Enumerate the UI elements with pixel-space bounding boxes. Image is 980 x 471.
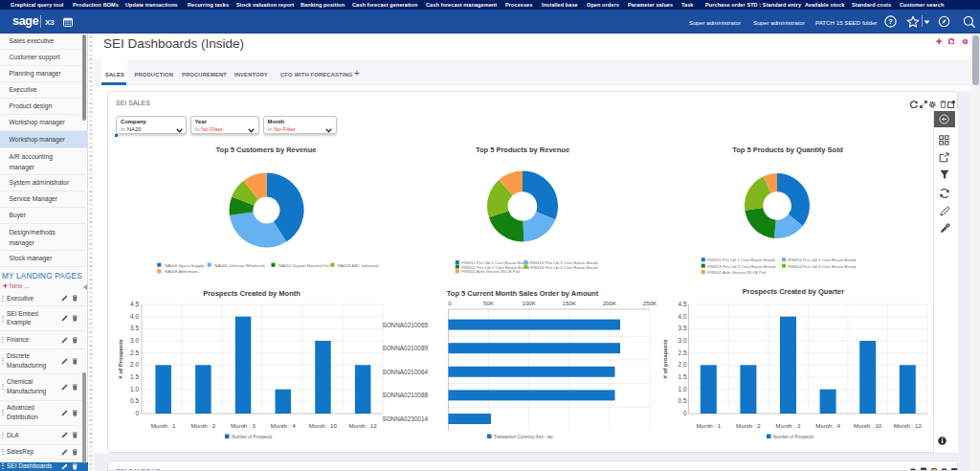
svg-text:Top 5 Products by Quantity Sol: Top 5 Products by Quantity Sold: [732, 146, 843, 154]
svg-text:1.0: 1.0: [130, 386, 139, 392]
svg-text:# of prospects: # of prospects: [662, 339, 668, 379]
svg-text:Top 5 Current Month Sales Orde: Top 5 Current Month Sales Order by Amoun…: [447, 289, 599, 298]
svg-text:Month : 10: Month : 10: [309, 422, 338, 429]
svg-text:?: ?: [888, 17, 893, 26]
svg-text:150K: 150K: [563, 300, 577, 306]
svg-text:1.0: 1.0: [679, 386, 687, 392]
svg-text:Month : 3: Month : 3: [231, 422, 256, 429]
svg-text:NA008 Aldermans: NA008 Aldermans: [165, 269, 199, 274]
svg-text:0.5: 0.5: [130, 397, 139, 404]
svg-text:4.0: 4.0: [130, 313, 139, 320]
svg-text:2.0: 2.0: [679, 361, 687, 368]
svg-text:50K: 50K: [483, 300, 495, 306]
svg-text:FIN311 Priv Lbl 1 Cinn Raisin: FIN311 Priv Lbl 1 Cinn Raisin Bread: [707, 258, 775, 262]
svg-text:1.5: 1.5: [130, 373, 139, 380]
svg-text:Month : 12: Month : 12: [894, 422, 923, 429]
svg-text:Month : 10: Month : 10: [854, 422, 882, 429]
svg-text:250K: 250K: [643, 300, 657, 306]
svg-text:Month : 12: Month : 12: [348, 422, 377, 429]
svg-text:FIN314 Priv Lbl 4 Cinn Raisin: FIN314 Priv Lbl 4 Cinn Raisin Bread: [789, 264, 857, 269]
svg-text:0: 0: [683, 410, 687, 416]
svg-text:Prospects Created by Month: Prospects Created by Month: [203, 289, 301, 298]
svg-text:FIN314 Priv Lbl 4 Cinn Raisin: FIN314 Priv Lbl 4 Cinn Raisin Bread: [530, 265, 598, 270]
svg-text:SONNA0210065: SONNA0210065: [382, 322, 428, 328]
svg-text:NA009 ABC Industrial: NA009 ABC Industrial: [338, 263, 378, 268]
svg-text:Top 5 Customers by Revenue: Top 5 Customers by Revenue: [216, 146, 317, 154]
svg-text:Month : 4: Month : 4: [271, 422, 296, 429]
svg-text:4.0: 4.0: [679, 313, 687, 320]
svg-text:SONNA0210088: SONNA0210088: [382, 392, 428, 398]
svg-text:NA005 Johnson Wholesale: NA005 Johnson Wholesale: [214, 263, 266, 268]
svg-text:Month : 1: Month : 1: [696, 422, 721, 429]
svg-text:1.5: 1.5: [679, 373, 687, 380]
svg-text:4.5: 4.5: [130, 301, 139, 307]
svg-text:Prospects Created by Quarter: Prospects Created by Quarter: [743, 287, 844, 296]
svg-text:FIN313 Priv Lbl 3 Cinn Raisin: FIN313 Priv Lbl 3 Cinn Raisin Bread: [707, 264, 775, 269]
svg-text:NA006 Sysco Supply: NA006 Sysco Supply: [165, 263, 205, 268]
svg-text:2.5: 2.5: [679, 349, 687, 356]
svg-text:4.5: 4.5: [679, 301, 687, 307]
svg-text:Number of Prospects: Number of Prospects: [232, 435, 273, 439]
svg-text:SONNA0210064: SONNA0210064: [382, 369, 428, 375]
svg-text:Month : 3: Month : 3: [776, 422, 801, 429]
svg-text:3.0: 3.0: [130, 337, 139, 344]
svg-text:FIN502 Axle Grease-35 LB Pail: FIN502 Axle Grease-35 LB Pail: [707, 270, 766, 275]
svg-text:0: 0: [135, 410, 139, 416]
svg-text:FIN502 Axle Grease.35 LB Pail: FIN502 Axle Grease.35 LB Pail: [461, 269, 520, 274]
svg-text:2.0: 2.0: [130, 361, 139, 368]
svg-text:SONNA0210089: SONNA0210089: [382, 345, 428, 351]
svg-text:0: 0: [448, 300, 452, 306]
svg-text:3.0: 3.0: [679, 337, 687, 344]
svg-text:# of Prospects: # of Prospects: [118, 339, 123, 379]
svg-text:NA010 Dayton Marshall Inc: NA010 Dayton Marshall Inc: [278, 263, 330, 268]
svg-text:FIN312 Priv Lbl 2 Cinn Raisin: FIN312 Priv Lbl 2 Cinn Raisin Bread: [789, 258, 857, 262]
svg-text:3.5: 3.5: [679, 325, 687, 331]
svg-text:3.5: 3.5: [130, 325, 139, 331]
svg-text:Month : 2: Month : 2: [736, 422, 761, 429]
svg-text:Number of Prospects: Number of Prospects: [773, 435, 814, 439]
svg-text:Month : 4: Month : 4: [815, 422, 840, 429]
svg-text:2.5: 2.5: [130, 349, 139, 356]
svg-text:Transaction Currency Amt - tax: Transaction Currency Amt - tax: [494, 435, 554, 439]
svg-text:200K: 200K: [603, 300, 617, 306]
svg-text:Month : 2: Month : 2: [190, 422, 215, 429]
svg-text:Month : 1: Month : 1: [151, 422, 176, 429]
svg-text:0.5: 0.5: [679, 397, 687, 404]
svg-text:SONNA0230014: SONNA0230014: [382, 415, 428, 422]
svg-text:Top 5 Products by Revenue: Top 5 Products by Revenue: [476, 146, 569, 154]
svg-text:100K: 100K: [522, 300, 536, 306]
